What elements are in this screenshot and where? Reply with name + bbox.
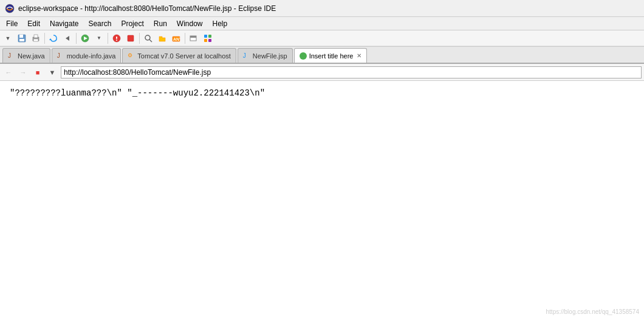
tab-tomcat-server[interactable]: ⚙ Tomcat v7.0 Server at localhost bbox=[122, 48, 236, 63]
toolbar-run-btn[interactable] bbox=[78, 32, 92, 45]
toolbar-row-1: ▼ ▼ bbox=[0, 30, 644, 46]
stop-button[interactable]: ■ bbox=[32, 66, 44, 78]
toolbar-window-btn[interactable] bbox=[187, 32, 200, 45]
svg-rect-22 bbox=[204, 39, 207, 42]
toolbar-open-btn[interactable] bbox=[156, 32, 169, 45]
tab-close-browser[interactable]: ✕ bbox=[357, 52, 361, 59]
toolbar-refresh-btn[interactable] bbox=[47, 32, 60, 45]
svg-rect-3 bbox=[19, 39, 24, 41]
tab-newfile-jsp[interactable]: J NewFile.jsp bbox=[238, 48, 293, 63]
address-bar: ← → ■ ▼ bbox=[0, 64, 644, 81]
svg-rect-11 bbox=[116, 37, 117, 39]
toolbar-debug-btn[interactable] bbox=[110, 32, 123, 45]
menu-search[interactable]: Search bbox=[84, 18, 115, 29]
toolbar-search-btn[interactable] bbox=[142, 32, 155, 45]
svg-rect-20 bbox=[204, 35, 207, 38]
toolbar-sep-4 bbox=[139, 33, 140, 44]
tab-module-info-label: module-info.java bbox=[67, 52, 116, 60]
menu-window[interactable]: Window bbox=[173, 18, 207, 29]
java-file-icon-2: J bbox=[57, 52, 64, 60]
menu-file[interactable]: File bbox=[2, 18, 21, 29]
svg-marker-7 bbox=[49, 38, 52, 40]
address-input[interactable] bbox=[61, 66, 642, 78]
toolbar-save-btn[interactable] bbox=[15, 32, 29, 45]
app-icon bbox=[5, 4, 15, 13]
svg-rect-19 bbox=[190, 36, 196, 38]
tab-browser-label: Insert title here bbox=[309, 52, 354, 60]
menu-run[interactable]: Run bbox=[150, 18, 171, 29]
svg-rect-5 bbox=[34, 35, 38, 38]
svg-rect-6 bbox=[33, 39, 38, 41]
menu-help[interactable]: Help bbox=[209, 18, 231, 29]
toolbar-area: ▼ ▼ bbox=[0, 30, 644, 47]
page-content: "?????????luanma???\n" "_-------wuyu2.22… bbox=[10, 88, 634, 98]
toolbar-stop-btn[interactable] bbox=[124, 32, 137, 45]
toolbar-run-dropdown[interactable]: ▼ bbox=[92, 32, 106, 45]
svg-rect-2 bbox=[19, 35, 23, 38]
tab-browser[interactable]: Insert title here ✕ bbox=[294, 48, 368, 63]
toolbar-sep-3 bbox=[108, 33, 108, 44]
menu-navigate[interactable]: Navigate bbox=[46, 18, 82, 29]
window-title: eclipse-workspace - http://localhost:808… bbox=[18, 4, 276, 13]
toolbar-ant-btn[interactable]: ANT bbox=[170, 32, 183, 45]
title-bar: eclipse-workspace - http://localhost:808… bbox=[0, 0, 644, 17]
toolbar-sep-1 bbox=[44, 33, 45, 44]
forward-button[interactable]: → bbox=[17, 66, 29, 78]
toolbar-back-btn[interactable] bbox=[61, 32, 74, 45]
browser-icon bbox=[300, 52, 307, 60]
java-file-icon: J bbox=[8, 52, 15, 60]
svg-text:ANT: ANT bbox=[173, 37, 180, 41]
server-icon: ⚙ bbox=[128, 52, 135, 60]
toolbar-sep-5 bbox=[185, 33, 185, 44]
svg-rect-13 bbox=[128, 35, 134, 41]
svg-rect-12 bbox=[116, 40, 117, 41]
back-button[interactable]: ← bbox=[2, 66, 15, 78]
tab-bar: J New.java J module-info.java ⚙ Tomcat v… bbox=[0, 47, 644, 64]
toolbar-print-btn[interactable] bbox=[29, 32, 43, 45]
toolbar-new-dropdown[interactable]: ▼ bbox=[1, 32, 15, 45]
toolbar-perspective-btn[interactable] bbox=[201, 32, 214, 45]
tab-tomcat-label: Tomcat v7.0 Server at localhost bbox=[137, 52, 230, 60]
jsp-file-icon: J bbox=[243, 52, 250, 60]
svg-point-14 bbox=[145, 35, 150, 40]
svg-rect-23 bbox=[208, 39, 211, 42]
location-dropdown[interactable]: ▼ bbox=[46, 66, 58, 78]
toolbar-sep-2 bbox=[76, 33, 77, 44]
tab-newfile-jsp-label: NewFile.jsp bbox=[253, 52, 287, 60]
svg-line-15 bbox=[149, 40, 152, 42]
menu-edit[interactable]: Edit bbox=[24, 18, 44, 29]
svg-rect-21 bbox=[208, 35, 211, 38]
content-area: "?????????luanma???\n" "_-------wuyu2.22… bbox=[0, 81, 644, 320]
tab-new-java-label: New.java bbox=[18, 52, 45, 60]
menu-project[interactable]: Project bbox=[117, 18, 147, 29]
tab-new-java[interactable]: J New.java bbox=[2, 48, 50, 63]
watermark: https://blog.csdn.net/qq_41358574 bbox=[546, 308, 639, 315]
tab-module-info[interactable]: J module-info.java bbox=[52, 48, 122, 63]
menu-bar: File Edit Navigate Search Project Run Wi… bbox=[0, 17, 644, 30]
